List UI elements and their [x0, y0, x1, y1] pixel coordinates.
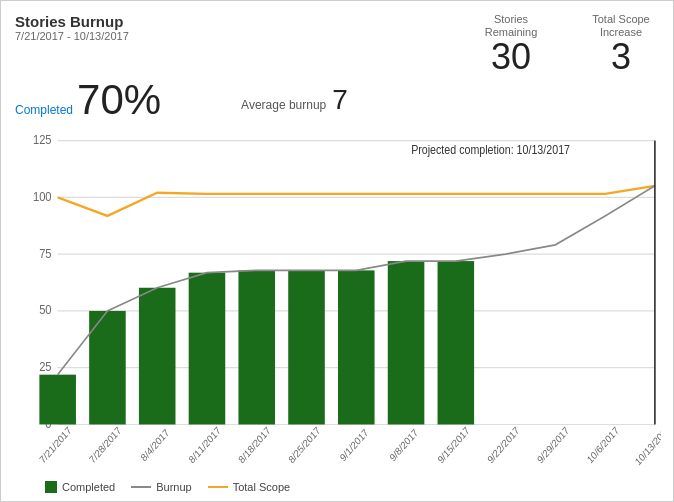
bar-4: [189, 273, 226, 425]
svg-text:75: 75: [39, 246, 52, 261]
svg-text:125: 125: [33, 133, 52, 148]
bar-5: [238, 271, 275, 425]
avg-metric: Average burnup 7: [241, 84, 348, 116]
legend-burnup-label: Burnup: [156, 481, 191, 493]
total-scope-line: [58, 186, 655, 216]
chart-area: 0 25 50 75 100 125 7/21/2017 7/28/2017 8…: [15, 129, 661, 477]
bar-1: [39, 375, 76, 425]
svg-text:7/21/2017: 7/21/2017: [37, 425, 73, 466]
legend-completed-label: Completed: [62, 481, 115, 493]
total-scope-stat: Total ScopeIncrease 3: [581, 13, 661, 75]
title-block: Stories Burnup 7/21/2017 - 10/13/2017: [15, 13, 129, 42]
completed-value: 70%: [77, 79, 161, 121]
projected-label: Projected completion: 10/13/2017: [411, 144, 570, 157]
svg-text:9/8/2017: 9/8/2017: [388, 427, 420, 464]
completed-metric: Completed 70%: [15, 79, 161, 121]
svg-text:9/29/2017: 9/29/2017: [535, 425, 571, 466]
avg-label: Average burnup: [241, 98, 326, 112]
svg-text:10/6/2017: 10/6/2017: [585, 425, 621, 466]
metrics-row: Completed 70% Average burnup 7: [15, 79, 661, 121]
svg-text:9/1/2017: 9/1/2017: [338, 427, 370, 464]
completed-label: Completed: [15, 103, 73, 117]
svg-text:9/15/2017: 9/15/2017: [436, 425, 472, 466]
legend-row: Completed Burnup Total Scope: [15, 481, 661, 493]
svg-text:100: 100: [33, 190, 52, 205]
svg-text:8/25/2017: 8/25/2017: [286, 425, 322, 466]
bar-9: [438, 261, 475, 424]
legend-completed-box: [45, 481, 57, 493]
legend-burnup: Burnup: [131, 481, 191, 493]
bar-7: [338, 271, 375, 425]
svg-text:8/18/2017: 8/18/2017: [236, 425, 272, 466]
svg-text:9/22/2017: 9/22/2017: [485, 425, 521, 466]
svg-text:8/4/2017: 8/4/2017: [139, 427, 171, 464]
legend-scope-label: Total Scope: [233, 481, 290, 493]
main-container: Stories Burnup 7/21/2017 - 10/13/2017 St…: [1, 1, 674, 502]
legend-scope-line: [208, 486, 228, 488]
bar-8: [388, 261, 425, 424]
chart-title: Stories Burnup: [15, 13, 129, 30]
chart-svg: 0 25 50 75 100 125 7/21/2017 7/28/2017 8…: [15, 129, 661, 477]
svg-text:50: 50: [39, 303, 52, 318]
scope-value: 3: [611, 39, 631, 75]
avg-value: 7: [332, 84, 348, 116]
legend-completed: Completed: [45, 481, 115, 493]
svg-text:10/13/2017: 10/13/2017: [633, 423, 661, 468]
legend-burnup-line: [131, 486, 151, 488]
svg-text:25: 25: [39, 360, 52, 375]
legend-scope: Total Scope: [208, 481, 290, 493]
svg-text:8/11/2017: 8/11/2017: [187, 425, 223, 466]
bar-3: [139, 288, 176, 425]
svg-text:7/28/2017: 7/28/2017: [87, 425, 123, 466]
remaining-value: 30: [491, 39, 531, 75]
stats-block: StoriesRemaining 30 Total ScopeIncrease …: [471, 13, 661, 75]
bar-6: [288, 271, 325, 425]
stories-remaining-stat: StoriesRemaining 30: [471, 13, 551, 75]
chart-subtitle: 7/21/2017 - 10/13/2017: [15, 30, 129, 42]
top-section: Stories Burnup 7/21/2017 - 10/13/2017 St…: [15, 13, 661, 75]
